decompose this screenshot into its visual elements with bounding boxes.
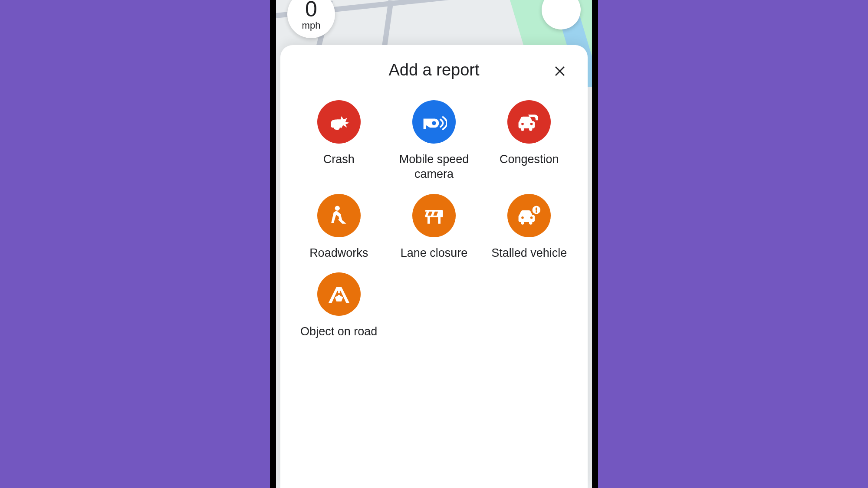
- speed-camera-icon: [412, 100, 456, 144]
- sheet-header: Add a report: [293, 61, 575, 79]
- report-label: Lane closure: [401, 246, 468, 261]
- report-sheet: Add a report Crash: [280, 45, 588, 488]
- close-button[interactable]: [549, 60, 570, 81]
- speed-unit: mph: [302, 21, 321, 30]
- report-item-congestion[interactable]: Congestion: [484, 100, 575, 182]
- svg-rect-16: [536, 207, 537, 211]
- svg-point-8: [335, 206, 339, 210]
- report-label: Roadworks: [309, 246, 368, 261]
- speed-value: 0: [305, 0, 317, 20]
- report-label: Crash: [323, 152, 355, 167]
- report-label: Mobile speed camera: [391, 152, 477, 182]
- close-icon: [552, 63, 567, 78]
- roadworks-icon: [317, 194, 361, 237]
- svg-point-17: [536, 211, 537, 213]
- lane-closure-icon: [412, 194, 456, 237]
- report-grid: Crash Mobile speed camera: [293, 100, 575, 339]
- report-item-crash[interactable]: Crash: [293, 100, 384, 182]
- screen: 0 mph Add a report: [276, 0, 592, 488]
- svg-rect-10: [427, 217, 430, 223]
- congestion-icon: [507, 100, 551, 144]
- report-item-stalled-vehicle[interactable]: Stalled vehicle: [484, 194, 575, 261]
- report-label: Object on road: [300, 324, 377, 339]
- device-frame: 0 mph Add a report: [270, 0, 598, 488]
- report-item-mobile-speed-camera[interactable]: Mobile speed camera: [388, 100, 479, 182]
- report-label: Congestion: [500, 152, 559, 167]
- crash-icon: [317, 100, 361, 144]
- svg-rect-9: [425, 210, 443, 217]
- report-item-object-on-road[interactable]: Object on road: [293, 272, 384, 339]
- sheet-title: Add a report: [293, 61, 575, 79]
- svg-rect-18: [338, 289, 340, 293]
- report-label: Stalled vehicle: [491, 246, 567, 261]
- report-item-lane-closure[interactable]: Lane closure: [388, 194, 479, 261]
- svg-point-6: [333, 125, 337, 129]
- object-on-road-icon: [317, 272, 361, 316]
- svg-rect-11: [438, 217, 441, 223]
- report-item-roadworks[interactable]: Roadworks: [293, 194, 384, 261]
- stalled-vehicle-icon: [507, 194, 551, 237]
- svg-point-7: [432, 121, 436, 125]
